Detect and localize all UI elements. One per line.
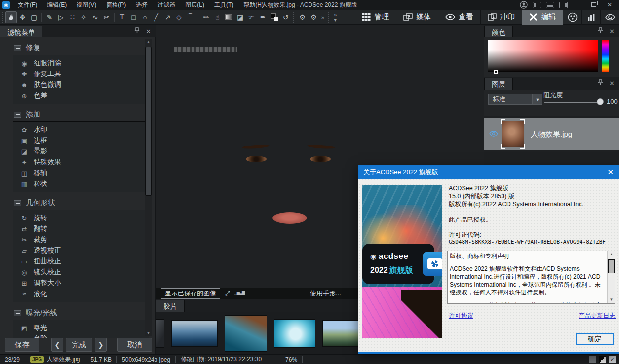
color-picker-marker[interactable] <box>494 70 498 74</box>
brush-tool[interactable]: ✏ <box>200 11 212 23</box>
account-icon[interactable] <box>520 1 528 9</box>
tab-manage[interactable]: 管理 <box>355 10 396 25</box>
filter-flip[interactable]: ⇄翻转 <box>13 223 149 234</box>
menu-edit[interactable]: 编辑(E) <box>42 0 72 10</box>
gear-settings-icon[interactable]: ⚙ <box>308 11 319 23</box>
smudge-tool[interactable]: ☝ <box>212 11 223 23</box>
filter-panel-tab[interactable]: 滤镜菜单 <box>0 26 42 37</box>
pin-icon[interactable] <box>598 79 603 87</box>
section-repair[interactable]: 修复 <box>14 43 156 53</box>
filter-tilt-shift[interactable]: ◫移轴 <box>13 168 149 179</box>
menu-file[interactable]: 文件(F) <box>13 0 42 10</box>
next-image-button[interactable]: ❯ <box>95 338 107 352</box>
section-geometry[interactable]: 几何形状 <box>14 198 156 208</box>
fullscreen-icon[interactable]: ⤢ <box>225 290 230 297</box>
notice-scrollbar[interactable]: ▲ ▼ <box>607 251 615 303</box>
filter-grain[interactable]: ▦粒状 <box>13 179 149 189</box>
save-button[interactable]: 保存 <box>5 338 39 352</box>
section-exposure[interactable]: 曝光/光线 <box>14 308 156 318</box>
dialog-close-icon[interactable]: ✕ <box>607 168 619 177</box>
opacity-slider-handle[interactable] <box>597 98 604 105</box>
toolbar-overflow-icon[interactable]: » <box>321 15 324 20</box>
layer-thumbnail[interactable] <box>502 121 524 147</box>
filter-special-effects[interactable]: ✦特殊效果 <box>13 157 149 168</box>
tab-edit[interactable]: 编辑 <box>522 10 563 25</box>
filter-skin-tune[interactable]: ☻肤色微调 <box>13 79 149 90</box>
filmstrip-thumbnail[interactable] <box>172 321 217 346</box>
point-transform-tool[interactable]: ∷ <box>67 11 78 23</box>
pin-icon[interactable] <box>598 27 603 35</box>
zoom-settings-icon[interactable]: ⚙ <box>297 11 308 23</box>
dashboard-mode-icon[interactable] <box>581 10 600 25</box>
collapse-icon[interactable] <box>14 112 21 118</box>
slice-tool[interactable]: ✂ <box>101 11 112 23</box>
blend-mode-select[interactable]: 标准 <box>488 94 533 105</box>
histogram-icon[interactable]: ▁▅▃▇ <box>234 291 245 295</box>
changelog-link[interactable]: 产品更新日志 <box>579 312 616 320</box>
filter-chromatic-aberration[interactable]: ⊕色差 <box>13 90 149 101</box>
filter-lens-correction[interactable]: ◎镜头校正 <box>13 267 149 278</box>
filmstrip-thumbnail[interactable] <box>225 316 267 351</box>
filmstrip-thumbnail[interactable] <box>156 320 164 347</box>
knife-tool[interactable]: ✃ <box>246 11 257 23</box>
license-agreement-link[interactable]: 许可协议 <box>449 312 473 320</box>
scrollbar-thumb[interactable] <box>609 260 614 273</box>
ellipse-tool[interactable]: ○ <box>139 11 151 23</box>
filter-resize[interactable]: ⊞调整大小 <box>13 278 149 289</box>
app-logo-icon[interactable]: ◉ <box>2 1 10 9</box>
warp-tool[interactable]: ✧ <box>78 11 89 23</box>
toolbar-overflow-2-icon[interactable]: »▾ <box>334 12 337 22</box>
curve-tool[interactable]: ⌒ <box>185 11 196 23</box>
scrollbar-thumb[interactable] <box>146 47 151 195</box>
filter-vignette[interactable]: ◪晕影 <box>13 146 149 157</box>
filter-crop[interactable]: ✂裁剪 <box>13 234 149 245</box>
layer-visibility-eye-icon[interactable] <box>489 131 498 138</box>
tab-develop[interactable]: 冲印 <box>480 10 522 25</box>
swap-colors-icon[interactable]: ↺ <box>280 11 291 23</box>
line-tool[interactable]: ╱ <box>151 11 162 23</box>
lasso-tool[interactable]: ∿ <box>89 11 101 23</box>
scroll-up-icon[interactable]: ▲ <box>608 251 615 258</box>
hue-strip[interactable] <box>602 40 609 72</box>
scroll-down-icon[interactable]: ▼ <box>608 296 615 303</box>
done-button[interactable]: 完成 <box>66 338 92 352</box>
text-tool[interactable]: T <box>116 11 128 23</box>
opacity-slider[interactable] <box>544 102 601 103</box>
filter-border[interactable]: ▣边框 <box>13 135 149 146</box>
people-mode-icon[interactable] <box>563 10 581 25</box>
gradient-tool[interactable] <box>223 11 234 23</box>
scroll-up-icon[interactable]: ▲ <box>145 39 152 45</box>
filmstrip-tab[interactable]: 胶片 <box>156 300 185 312</box>
minimize-button[interactable]: — <box>573 1 583 8</box>
toolbar-grip-2[interactable] <box>293 12 295 23</box>
toolbar-grip-3[interactable] <box>328 12 330 23</box>
menu-layers[interactable]: 图层(L) <box>180 0 209 10</box>
collapse-icon[interactable] <box>14 200 21 206</box>
menu-tools[interactable]: 工具(T) <box>209 0 238 10</box>
panel-close-icon[interactable]: ✕ <box>609 28 615 35</box>
scroll-down-icon[interactable]: ▼ <box>145 330 152 336</box>
menu-filter[interactable]: 过滤器 <box>153 0 180 10</box>
filter-distortion[interactable]: ▭扭曲校正 <box>13 256 149 267</box>
layers-panel-tab[interactable]: 图层 <box>484 78 513 90</box>
show-saved-image-button[interactable]: 显示已保存的图像 <box>161 288 220 299</box>
layer-row[interactable]: 人物效果.jpg <box>484 118 619 150</box>
close-button[interactable]: ✕ <box>604 1 615 8</box>
eraser-tool[interactable]: ◪ <box>234 11 246 23</box>
prev-image-button[interactable]: ❮ <box>51 338 63 352</box>
filter-red-eye[interactable]: ◉红眼消除 <box>13 58 149 69</box>
color-swatches[interactable] <box>269 11 280 23</box>
move-tool[interactable]: ✥ <box>17 11 28 23</box>
marquee-select-tool[interactable]: ▢ <box>28 11 39 23</box>
filmstrip-thumbnail[interactable] <box>274 320 315 347</box>
split-view-icon[interactable] <box>599 356 606 363</box>
arrow-tool[interactable]: ↗ <box>162 11 173 23</box>
rectangle-tool[interactable]: □ <box>128 11 139 23</box>
polygon-shape-tool[interactable]: ◇ <box>173 11 185 23</box>
layout-left-pane-icon[interactable] <box>533 2 541 8</box>
color-gradient-picker[interactable] <box>488 40 598 72</box>
filter-watermark[interactable]: ✿水印 <box>13 124 149 135</box>
collapse-icon[interactable] <box>14 310 21 316</box>
color-panel-tab[interactable]: 颜色 <box>484 26 513 37</box>
filter-liquify[interactable]: ≈液化 <box>13 289 149 299</box>
